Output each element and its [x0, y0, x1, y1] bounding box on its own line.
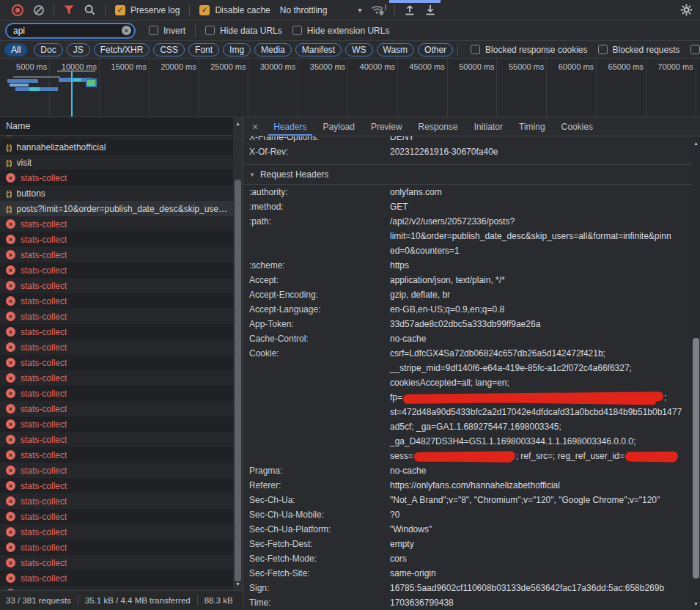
- header-value: 1703636799438: [390, 595, 690, 610]
- throttling-select[interactable]: No throttling ▾: [280, 5, 362, 15]
- header-value: GET: [390, 199, 690, 214]
- import-har-button[interactable]: [405, 4, 415, 15]
- request-row[interactable]: ×stats-collect: [0, 447, 243, 463]
- request-name: stats-collect: [21, 435, 67, 445]
- request-list-scrollbar[interactable]: ▲ ▼: [233, 117, 243, 590]
- clear-network-log-button[interactable]: [34, 5, 44, 15]
- request-row[interactable]: ×stats-collect: [0, 432, 243, 447]
- search-button[interactable]: [84, 4, 95, 15]
- filter-pill-js[interactable]: JS: [67, 43, 90, 56]
- header-value: no-cache: [390, 331, 690, 346]
- request-row[interactable]: ×stats-collect: [0, 478, 243, 493]
- request-row[interactable]: ×stats-collect: [0, 493, 243, 509]
- checkbox-blocked-response-cookies[interactable]: Blocked response cookies: [471, 45, 587, 55]
- request-row[interactable]: ×stats-collect: [0, 293, 243, 309]
- request-name: buttons: [17, 188, 45, 199]
- filter-toggle-button[interactable]: [64, 5, 74, 15]
- filter-pill-img[interactable]: Img: [223, 43, 251, 56]
- scroll-down-icon[interactable]: ▼: [692, 599, 700, 609]
- request-row[interactable]: ×stats-collect: [0, 401, 243, 416]
- request-row[interactable]: (:)buttons: [0, 185, 243, 201]
- filter-pill-manifest[interactable]: Manifest: [295, 43, 342, 56]
- tab-cookies[interactable]: Cookies: [553, 117, 601, 136]
- header-row: Time:1703636799438: [249, 595, 690, 610]
- request-row[interactable]: ×stats-collect: [0, 309, 243, 324]
- request-row[interactable]: ×stats-collect: [0, 339, 243, 355]
- request-row[interactable]: ×stats-collect: [0, 232, 243, 247]
- disable-cache-checkbox[interactable]: ✓ Disable cache: [199, 5, 270, 15]
- hide-extension-urls-checkbox[interactable]: Hide extension URLs: [292, 26, 390, 36]
- request-row[interactable]: ×stats-collect: [0, 555, 243, 570]
- request-row[interactable]: ×stats-collect: [0, 355, 243, 370]
- filter-pill-font[interactable]: Font: [188, 43, 219, 56]
- filter-pill-fetch-xhr[interactable]: Fetch/XHR: [94, 43, 150, 56]
- request-row[interactable]: ×stats-collect: [0, 278, 243, 293]
- filter-pill-doc[interactable]: Doc: [34, 43, 62, 56]
- scroll-up-icon[interactable]: ▲: [233, 119, 243, 129]
- settings-button[interactable]: [680, 4, 693, 16]
- filter-pill-css[interactable]: CSS: [153, 43, 185, 56]
- clear-filter-icon[interactable]: ×: [122, 26, 131, 35]
- header-row: Sign:16785:5aad9602cf110608b03133de56364…: [249, 581, 690, 595]
- scroll-up-icon[interactable]: ▲: [692, 139, 700, 149]
- timeline-tick-label: 55000 ms: [509, 62, 546, 71]
- request-row[interactable]: ×stats-collect: [0, 324, 243, 339]
- header-row: Sec-Ch-Ua-Platform:"Windows": [249, 522, 690, 537]
- tab-headers[interactable]: Headers: [265, 117, 314, 136]
- name-column-header[interactable]: Name: [0, 117, 243, 136]
- scrollbar-thumb[interactable]: [235, 180, 241, 581]
- header-value: "Not_A Brand";v="8", "Chromium";v="120",…: [390, 493, 690, 507]
- record-button[interactable]: [12, 4, 23, 16]
- header-value-text: __stripe_mid=9df140f6-e64a-419e-85fc-a1c…: [390, 363, 632, 373]
- scroll-down-icon[interactable]: ▼: [233, 579, 243, 589]
- checkbox-blocked-requests[interactable]: Blocked requests: [598, 45, 680, 55]
- preserve-log-checkbox[interactable]: ✓ Preserve log: [115, 5, 180, 15]
- request-row[interactable]: ×stats-collect: [0, 524, 243, 540]
- filter-pill-ws[interactable]: WS: [345, 43, 372, 56]
- request-row[interactable]: ×stats-collect: [0, 463, 243, 478]
- hide-data-urls-checkbox[interactable]: Hide data URLs: [205, 26, 282, 36]
- tab-initiator[interactable]: Initiator: [466, 117, 511, 136]
- tab-timing[interactable]: Timing: [511, 117, 553, 136]
- record-icon: [15, 8, 20, 12]
- request-row[interactable]: ×stats-collect: [0, 370, 243, 386]
- filter-pill-wasm[interactable]: Wasm: [377, 43, 415, 56]
- request-row[interactable]: ×stats-collect: [0, 540, 243, 555]
- filter-pill-media[interactable]: Media: [254, 43, 292, 56]
- scrollbar-thumb[interactable]: [693, 338, 699, 578]
- error-icon: ×: [6, 558, 15, 567]
- request-row[interactable]: ×stats-collect: [0, 170, 243, 185]
- checkbox-3rd-party-requests[interactable]: 3rd-party requests: [690, 45, 700, 55]
- filter-pill-other[interactable]: Other: [418, 43, 453, 56]
- tab-response[interactable]: Response: [410, 117, 466, 136]
- request-row[interactable]: ×stats-collect: [0, 247, 243, 262]
- close-details-icon[interactable]: ×: [243, 117, 265, 136]
- request-row[interactable]: (:)posts?limit=10&order=publish_date_des…: [0, 201, 243, 216]
- timeline-overview[interactable]: 5000 ms10000 ms15000 ms20000 ms25000 ms3…: [0, 59, 700, 117]
- request-row[interactable]: (:)hannahelizabethofficial: [0, 139, 243, 155]
- filter-input[interactable]: [6, 23, 135, 38]
- json-icon: (:): [6, 205, 11, 213]
- request-row[interactable]: ×stats-collect: [0, 509, 243, 524]
- tab-preview[interactable]: Preview: [363, 117, 410, 136]
- export-har-button[interactable]: [425, 4, 435, 15]
- request-row[interactable]: ×stats-collect: [0, 570, 243, 586]
- request-headers-section-toggle[interactable]: ▼ Request Headers: [249, 165, 690, 184]
- network-conditions-button[interactable]: [371, 5, 385, 15]
- details-scrollbar[interactable]: ▲ ▼: [692, 137, 700, 610]
- checkbox-label: Blocked response cookies: [485, 45, 587, 55]
- checkbox-unchecked-icon: [149, 26, 158, 35]
- timeline-column: 30000 ms: [248, 59, 298, 117]
- section-title: Request Headers: [260, 169, 328, 180]
- request-row[interactable]: ×stats-collect: [0, 262, 243, 278]
- request-row[interactable]: ×stats-collect: [0, 416, 243, 432]
- filter-pill-all[interactable]: All: [4, 43, 27, 56]
- details-tabs: HeadersPayloadPreviewResponseInitiatorTi…: [265, 117, 601, 136]
- request-row[interactable]: ×stats-collect: [0, 216, 243, 232]
- request-row[interactable]: ×stats-collect: [0, 386, 243, 401]
- request-row[interactable]: (:)visit: [0, 155, 243, 170]
- error-icon: ×: [6, 250, 15, 260]
- header-value-text: gzip, deflate, br: [390, 290, 450, 300]
- invert-checkbox[interactable]: Invert: [149, 26, 185, 36]
- tab-payload[interactable]: Payload: [315, 117, 363, 136]
